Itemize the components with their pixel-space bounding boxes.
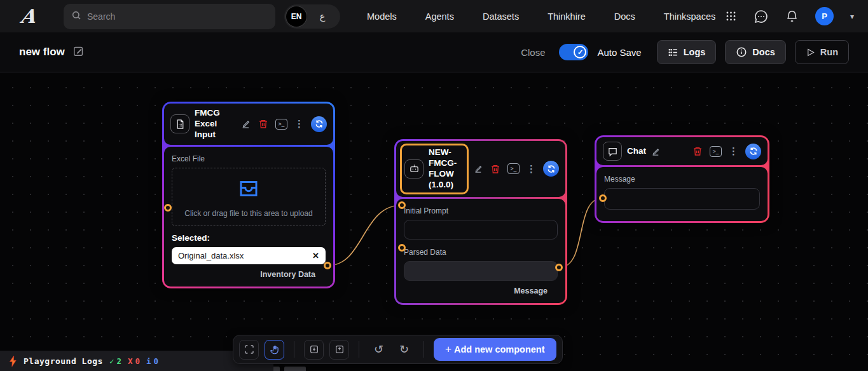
node-title: FMCG Excel Input <box>195 108 236 140</box>
notifications-bell-icon[interactable] <box>785 10 799 23</box>
message-input[interactable] <box>604 188 760 210</box>
messages-icon[interactable] <box>754 9 769 24</box>
info-count: 0 <box>154 356 159 366</box>
node-header[interactable]: FMCG Excel Input >_ ⋮ <box>164 104 333 145</box>
field-label-message: Message <box>604 175 760 184</box>
nav-item-thinkhire[interactable]: Thinkhire <box>548 11 586 22</box>
export-flow-button[interactable] <box>329 340 349 360</box>
pan-hand-button[interactable] <box>265 340 284 360</box>
remove-file-icon[interactable]: ✕ <box>312 251 319 260</box>
output-label: Message <box>514 287 548 295</box>
autosave-toggle[interactable]: ✓ <box>559 44 588 60</box>
fit-view-button[interactable] <box>239 340 259 360</box>
flow-title: new flow <box>19 46 65 58</box>
undo-button[interactable]: ↺ <box>369 340 389 360</box>
close-button[interactable]: Close <box>521 47 545 58</box>
input-handle-excel-file[interactable] <box>164 204 172 212</box>
toolbar-divider <box>294 341 294 358</box>
node-new-fmcg-flow[interactable]: NEW-FMCG-FLOW (1.0.0) >_ ⋮ Initial Promp… <box>394 139 567 305</box>
redo-button[interactable]: ↻ <box>394 340 414 360</box>
node-menu-icon[interactable]: ⋮ <box>527 163 536 175</box>
nav-links: Models Agents Datasets Thinkhire Docs Th… <box>367 11 715 22</box>
code-terminal-icon[interactable]: >_ <box>275 119 287 130</box>
add-new-component-button[interactable]: + Add new component <box>434 338 556 361</box>
upload-hint-text: Click or drag file to this area to uploa… <box>179 209 319 218</box>
node-fmcg-excel-input[interactable]: FMCG Excel Input >_ ⋮ Excel File Click o… <box>162 102 335 288</box>
autosave-label: Auto Save <box>597 47 641 58</box>
top-navbar: A EN ع Models Agents Datasets Thinkhire … <box>0 0 868 32</box>
import-flow-button[interactable] <box>304 340 324 360</box>
robot-icon <box>404 159 424 179</box>
nav-item-docs[interactable]: Docs <box>614 11 635 22</box>
language-toggle[interactable]: EN ع <box>284 4 340 29</box>
language-selected[interactable]: EN <box>286 6 307 27</box>
sync-node-icon[interactable] <box>543 161 559 177</box>
app-logo[interactable]: A <box>13 5 44 27</box>
plus-icon: + <box>445 343 451 356</box>
docs-button-label: Docs <box>752 47 775 57</box>
edit-node-icon[interactable] <box>651 147 661 156</box>
delete-node-icon[interactable] <box>490 164 500 174</box>
code-terminal-icon[interactable]: >_ <box>710 146 722 157</box>
selected-file-name: Original_data.xlsx <box>178 251 244 260</box>
add-new-component-label: Add new component <box>454 344 545 354</box>
node-body: Excel File Click or drag file to this ar… <box>164 147 333 287</box>
node-chat[interactable]: Chat >_ ⋮ Message <box>595 135 769 223</box>
docs-button[interactable]: Docs <box>725 40 785 64</box>
nav-item-agents[interactable]: Agents <box>425 11 454 22</box>
node-title: Chat <box>627 146 646 157</box>
lightning-bolt-icon <box>9 356 17 367</box>
search-input[interactable] <box>87 11 268 22</box>
node-title: NEW-FMCG-FLOW (1.0.0) <box>429 147 460 191</box>
logs-button[interactable]: Logs <box>657 40 717 64</box>
user-avatar[interactable]: P <box>815 7 834 25</box>
node-menu-icon[interactable]: ⋮ <box>729 145 738 157</box>
toolbar-divider <box>359 341 359 358</box>
input-handle-initial-prompt[interactable] <box>398 201 406 209</box>
file-upload-dropzone[interactable]: Click or drag file to this area to uploa… <box>172 168 326 226</box>
sync-node-icon[interactable] <box>311 116 327 132</box>
profile-chevron-down-icon[interactable]: ▾ <box>850 12 854 21</box>
parsed-data-input[interactable] <box>404 261 558 281</box>
node-body: Initial Prompt Parsed Data Message <box>396 199 565 303</box>
nav-item-models[interactable]: Models <box>367 11 397 22</box>
app-grid-icon[interactable] <box>725 10 737 22</box>
toolbar-divider <box>424 341 424 358</box>
search-box[interactable] <box>64 4 275 29</box>
error-count: 0 <box>135 356 141 366</box>
selected-file-chip[interactable]: Original_data.xlsx ✕ <box>172 247 326 264</box>
chat-bubble-icon <box>603 142 622 161</box>
delete-node-icon[interactable] <box>692 146 703 156</box>
output-handle-message[interactable] <box>555 264 563 271</box>
minimap-remnant <box>284 367 306 371</box>
nav-item-datasets[interactable]: Datasets <box>483 11 519 22</box>
nav-item-thinkspaces[interactable]: Thinkspaces <box>664 11 715 22</box>
language-other[interactable]: ع <box>307 11 338 22</box>
success-count: 2 <box>116 356 121 366</box>
run-button[interactable]: Run <box>795 40 849 64</box>
node-header[interactable]: NEW-FMCG-FLOW (1.0.0) >_ ⋮ <box>396 141 565 197</box>
input-handle-parsed-data[interactable] <box>398 244 406 252</box>
flow-header: new flow Close ✓ Auto Save Logs Docs Run <box>0 32 868 72</box>
initial-prompt-input[interactable] <box>404 220 558 239</box>
node-header[interactable]: Chat >_ ⋮ <box>596 137 768 165</box>
field-label-initial-prompt: Initial Prompt <box>404 206 558 215</box>
edit-node-icon[interactable] <box>241 119 251 129</box>
node-title-highlight: NEW-FMCG-FLOW (1.0.0) <box>400 144 469 194</box>
input-handle-message[interactable] <box>599 194 607 202</box>
rename-flow-icon[interactable] <box>72 45 85 60</box>
autosave-toggle-check: ✓ <box>574 46 586 58</box>
info-icon: i <box>146 356 151 366</box>
logs-bar-title: Playground Logs <box>24 356 103 366</box>
code-terminal-icon[interactable]: >_ <box>507 163 520 174</box>
run-button-label: Run <box>820 47 838 57</box>
output-label: Inventory Data <box>260 270 315 279</box>
delete-node-icon[interactable] <box>258 119 268 129</box>
search-icon <box>71 10 81 23</box>
selected-label: Selected: <box>172 233 326 243</box>
file-document-icon <box>170 114 189 133</box>
edit-node-icon[interactable] <box>474 164 483 173</box>
output-handle-inventory-data[interactable] <box>324 262 331 269</box>
node-menu-icon[interactable]: ⋮ <box>294 118 304 130</box>
sync-node-icon[interactable] <box>745 144 761 159</box>
